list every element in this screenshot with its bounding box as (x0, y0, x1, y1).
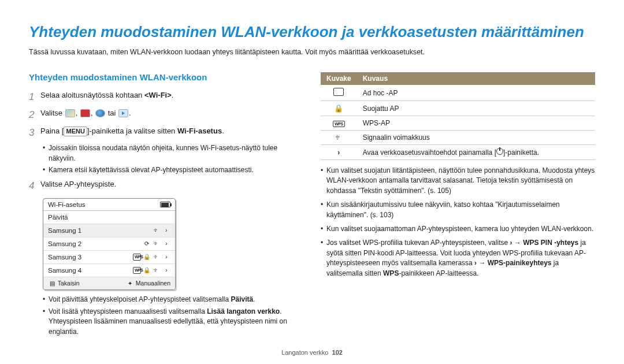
wifi-ap-row[interactable]: Samsung 4 WPS🔒ᯤ› (43, 264, 175, 277)
signal-icon: ᯤ (153, 254, 161, 261)
wps-icon: WPS (333, 121, 344, 127)
photo-icon (65, 109, 75, 117)
wifi-ap-name: Samsung 2 (48, 240, 81, 247)
rb4-d: WPS-painikeyhteys (488, 259, 552, 267)
chevron-right-icon: › (162, 267, 170, 274)
step-number: 1 (29, 90, 40, 104)
lock-icon: 🔒 (334, 104, 343, 113)
wifi-ap-row[interactable]: Samsung 2 ⟳ᯤ› (43, 237, 175, 251)
back-icon[interactable]: ▤ (48, 280, 56, 287)
chevron-right-icon: › (162, 227, 170, 234)
battery-icon (160, 202, 170, 207)
menu-key-icon: MENU (64, 127, 87, 136)
pb1-c: . (253, 295, 255, 303)
wifi-ap-name: Samsung 4 (48, 267, 81, 274)
right-column: Kuvake Kuvaus Ad hoc -AP 🔒 Suojattu AP W… (321, 72, 595, 340)
page-footer: Langaton verkko 102 (0, 349, 624, 356)
step-number: 2 (29, 108, 40, 122)
step-3-sublist: Joissakin tiloissa noudata näytön ohjeit… (43, 143, 303, 175)
step-4: 4 Valitse AP-yhteyspiste. (29, 179, 303, 193)
step-3-sub-2: Kamera etsii käytettävissä olevat AP-yht… (43, 165, 303, 175)
comma-1: , (76, 109, 80, 117)
step-3-text-a: Paina [ (40, 127, 64, 135)
rb4-g: -painikkeen AP-laitteessa. (399, 269, 478, 277)
step-3-text-d: . (222, 127, 224, 135)
wifi-refresh-label: Päivitä (48, 214, 68, 221)
rb4-a: Jos valitset WPS-profiilia tukevan AP-yh… (326, 239, 510, 247)
rb4-arrow: → (512, 239, 523, 247)
chevron-right-icon: › (162, 254, 170, 261)
post-panel-bullets: Voit päivittää yhteyskelpoiset AP-yhteys… (43, 295, 303, 337)
th-icon: Kuvake (321, 72, 357, 85)
wps-icon: WPS (133, 254, 141, 261)
manual-icon[interactable]: ✦ (126, 280, 134, 287)
table-row: ᯤ Signaalin voimakkuus (321, 131, 595, 145)
wifi-ap-row[interactable]: Samsung 3 WPS🔒ᯤ› (43, 251, 175, 264)
chevron-right-icon: › (162, 240, 170, 247)
or-text: tai (106, 109, 118, 117)
step-2-end: . (129, 109, 131, 117)
th-desc: Kuvaus (357, 72, 595, 85)
step-1-text-a: Selaa aloitusnäytössä kohtaan (40, 91, 144, 99)
adhoc-icon: ⟳ (143, 240, 151, 247)
pb2-a: Voit lisätä yhteyspisteen manuaalisesti … (49, 307, 207, 315)
icon-legend-table: Kuvake Kuvaus Ad hoc -AP 🔒 Suojattu AP W… (321, 72, 595, 160)
step-3-text-b: ]-painiketta ja valitse sitten (87, 127, 177, 135)
rb4-arrow2: → (477, 259, 488, 267)
wifi-ap-name: Samsung 3 (48, 254, 81, 261)
wps-icon: WPS (133, 267, 141, 274)
wifi-settings-panel: Wi-Fi-asetus Päivitä Samsung 1 ᯤ› Samsun… (43, 198, 176, 290)
section-heading: Yhteyden muodostaminen WLAN-verkkoon (29, 72, 303, 82)
footer-page-number: 102 (332, 349, 343, 356)
globe-icon (95, 109, 105, 117)
table-row: 🔒 Suojattu AP (321, 101, 595, 116)
right-bullet-3: Kun valitset suojaamattoman AP-yhteyspis… (321, 224, 595, 234)
step-2-text-a: Valitse (40, 109, 65, 117)
td-desc: Avaa verkkoasetusvaihtoehdot painamalla … (357, 145, 595, 160)
wifi-refresh-row[interactable]: Päivitä (43, 211, 175, 224)
power-icon (496, 148, 503, 155)
step-1: 1 Selaa aloitusnäytössä kohtaan <Wi-Fi>. (29, 90, 303, 104)
footer-section: Langaton verkko (281, 349, 328, 356)
step-1-text-c: . (172, 91, 174, 99)
step-2: 2 Valitse , , tai . (29, 108, 303, 122)
table-row: › Avaa verkkoasetusvaihtoehdot painamall… (321, 145, 595, 160)
table-row: Ad hoc -AP (321, 85, 595, 101)
rb4-b: WPS PIN -yhteys (523, 239, 578, 247)
chevron-right-icon: › (337, 148, 340, 157)
page-title: Yhteyden muodostaminen WLAN-verkkoon ja … (29, 23, 595, 41)
td-desc: WPS-AP (357, 116, 595, 131)
rb4-f: WPS (383, 269, 399, 277)
signal-icon: ᯤ (153, 240, 161, 247)
comma-2: , (91, 109, 95, 117)
r5-a: Avaa verkkoasetusvaihtoehdot painamalla … (363, 148, 496, 157)
r5-b: ]-painiketta. (503, 148, 539, 157)
play-icon (118, 109, 128, 117)
step-3: 3 Paina [MENU]-painiketta ja valitse sit… (29, 126, 303, 140)
wifi-ap-row[interactable]: Samsung 1 ᯤ› (43, 224, 175, 237)
right-bullet-list: Kun valitset suojatun liitäntäpisteen, n… (321, 166, 595, 278)
step-1-bold: <Wi-Fi> (144, 91, 172, 99)
adhoc-icon (333, 88, 344, 96)
step-number: 3 (29, 126, 40, 140)
pb1-b: Päivitä (231, 295, 254, 303)
wifi-panel-title: Wi-Fi-asetus (48, 201, 86, 208)
step-3-sub-1: Joissakin tiloissa noudata näytön ohjeit… (43, 143, 303, 164)
td-desc: Ad hoc -AP (357, 85, 595, 101)
intro-text: Tässä luvussa kuvataan, miten WLAN-verkk… (29, 48, 595, 56)
signal-icon: ᯤ (335, 133, 342, 142)
post-bullet-2: Voit lisätä yhteyspisteen manuaalisesti … (43, 307, 303, 337)
pb2-b: Lisää langaton verkko (207, 307, 280, 315)
td-desc: Suojattu AP (357, 101, 595, 116)
left-column: Yhteyden muodostaminen WLAN-verkkoon 1 S… (29, 72, 303, 340)
right-bullet-2: Kun sisäänkirjautumissivu tulee näkyviin… (321, 200, 595, 220)
right-bullet-4: Jos valitset WPS-profiilia tukevan AP-yh… (321, 238, 595, 278)
table-row: WPS WPS-AP (321, 116, 595, 131)
pb1-a: Voit päivittää yhteyskelpoiset AP-yhteys… (49, 295, 231, 303)
wifi-back-label: Takaisin (58, 280, 80, 287)
step-3-bold: Wi-Fi-asetus (177, 127, 222, 135)
lock-icon: 🔒 (143, 254, 151, 261)
share-icon (80, 109, 90, 117)
step-4-text: Valitse AP-yhteyspiste. (40, 179, 303, 190)
wifi-manual-label: Manuaalinen (136, 280, 170, 287)
